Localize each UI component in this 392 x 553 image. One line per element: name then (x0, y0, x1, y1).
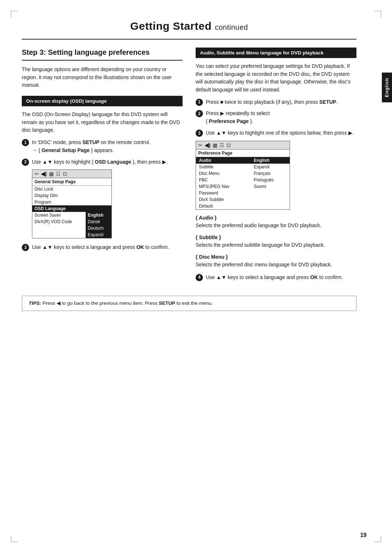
right-step-1-content: Press ■ twice to stop playback (if any),… (206, 98, 356, 106)
pref-table-cell: PBC (196, 177, 251, 183)
audio-desc-title: { Audio } (196, 215, 356, 221)
table-row: Program (32, 199, 111, 205)
general-setup-screen: ✂ ◀) ▦ ☷ ⊡ General Setup Page Disc Lock (32, 169, 112, 238)
title-text: Getting Started (130, 20, 212, 32)
right-step-4-content: Use ▲▼ keys to select a language and pre… (206, 274, 356, 282)
right-step-num-3: 3 (196, 130, 203, 137)
subtitle-desc-text: Selects the preferred subtitle language … (196, 241, 356, 249)
step-num-2: 2 (22, 159, 29, 166)
table-cell (86, 205, 111, 212)
pref-table-cell: Français (251, 170, 290, 177)
pref-table-cell: Default (196, 203, 251, 209)
pref-table-row: Disc MenuFrançais (196, 170, 290, 177)
pref-table-row: SubtitleEspanöl (196, 164, 290, 170)
step-1-text: In 'DISC' mode, press SETUP on the remot… (32, 139, 150, 145)
two-column-layout: Step 3: Setting language preferences The… (22, 48, 356, 285)
pref-icon-grid: ▦ (213, 142, 217, 148)
right-step-3-content: Use ▲▼ keys to highlight one of the opti… (206, 129, 356, 137)
right-step-2-brace: { Preference Page }. (206, 118, 253, 124)
step-1-content: In 'DISC' mode, press SETUP on the remot… (32, 139, 183, 154)
pref-screen-table: AudioEnglish SubtitleEspanöl Disc MenuFr… (196, 157, 290, 209)
pref-screen-title-bar: Preference Page (196, 149, 290, 157)
right-step-4: 4 Use ▲▼ keys to select a language and p… (196, 274, 356, 282)
step-num-3: 3 (22, 244, 29, 251)
pref-table-cell: Português (251, 177, 290, 183)
page-number: 19 (360, 532, 367, 538)
osd-body-text: The OSD (On-Screen Display) language for… (22, 111, 183, 134)
table-cell-english: English (86, 212, 111, 218)
subtitle-desc-title: { Subtitle } (196, 234, 356, 240)
step-2-text: Use ▲▼ keys to highlight { OSD Language … (32, 159, 168, 165)
tips-box: TIPS: Press ◀ to go back to the previous… (22, 296, 356, 311)
title-continued: continued (215, 23, 248, 31)
right-step-num-4: 4 (196, 274, 203, 281)
table-cell: Display Dim (32, 192, 86, 199)
right-step-2: 2 Press ▶ repeatedly to select { Prefere… (196, 110, 356, 125)
right-step-4-text: Use ▲▼ keys to select a language and pre… (206, 274, 343, 280)
table-cell: Screen Saver (32, 212, 86, 218)
icon-speaker: ◀) (41, 171, 47, 177)
english-tab: English (382, 73, 392, 102)
title-divider (22, 39, 356, 40)
pref-table-row: Password (196, 190, 290, 196)
pref-table-row-audio: AudioEnglish (196, 157, 290, 164)
table-cell: OSD Language (32, 205, 86, 212)
pref-table-cell: DivX Subtitle (196, 196, 251, 203)
pref-table-cell (251, 196, 290, 203)
table-cell-espanol: Espanöl (86, 232, 111, 238)
step-2-content: Use ▲▼ keys to highlight { OSD Language … (32, 158, 183, 166)
disc-menu-desc-title: { Disc Menu } (196, 254, 356, 260)
pref-table-cell: MP3/JPEG Nav (196, 183, 251, 190)
table-row: Screen SaverEnglish (32, 212, 111, 218)
table-cell (86, 199, 111, 205)
icon-grid: ▦ (49, 171, 54, 177)
table-cell: DivX(R) VOD Code (32, 218, 86, 225)
pref-table-cell: Suomi (251, 183, 290, 190)
table-row-highlighted: OSD Language (32, 205, 111, 212)
step-heading: Step 3: Setting language preferences (22, 48, 183, 61)
right-section-header: Audio, Subtitle and Menu language for DV… (196, 48, 356, 58)
table-row: Deutsch (32, 225, 111, 232)
step-3-content: Use ▲▼ keys to select a language and pre… (32, 243, 183, 251)
subtitle-desc: { Subtitle } Selects the preferred subti… (196, 234, 356, 249)
right-step-2-text: Press ▶ repeatedly to select (206, 110, 270, 116)
table-cell: Disc Lock (32, 186, 86, 192)
pref-table-row: DivX Subtitle (196, 196, 290, 203)
audio-desc-text: Selects the preferred audio language for… (196, 222, 356, 229)
pref-table-row: MP3/JPEG NavSuomi (196, 183, 290, 190)
table-cell-dansk: Dansk (86, 218, 111, 225)
icon-scissors: ✂ (34, 171, 39, 177)
screen-title-bar: General Setup Page (32, 178, 111, 186)
preference-screen: ✂ ◀) ▦ ☷ ⊡ Preference Page AudioEnglish (196, 141, 290, 210)
icon-box: ⊡ (63, 171, 67, 177)
table-row: Disc Lock (32, 186, 111, 192)
left-step-1: 1 In 'DISC' mode, press SETUP on the rem… (22, 139, 183, 154)
right-intro-text: You can select your preferred language s… (196, 62, 356, 94)
disc-menu-desc-text: Selects the preferred disc menu language… (196, 261, 356, 269)
right-step-num-1: 1 (196, 99, 203, 106)
step-3-text: Use ▲▼ keys to select a language and pre… (32, 244, 169, 250)
content-area: Getting Started continued Step 3: Settin… (0, 0, 382, 333)
table-cell-deutsch: Deutsch (86, 225, 111, 232)
left-step-2: 2 Use ▲▼ keys to highlight { OSD Languag… (22, 158, 183, 166)
pref-table-cell (251, 203, 290, 209)
right-column: Audio, Subtitle and Menu language for DV… (196, 48, 356, 285)
audio-desc: { Audio } Selects the preferred audio la… (196, 215, 356, 229)
pref-icon-box: ⊡ (226, 142, 231, 148)
icon-list: ☷ (56, 171, 61, 177)
step-num-1: 1 (22, 139, 29, 146)
right-step-3-text: Use ▲▼ keys to highlight one of the opti… (206, 130, 354, 136)
right-step-3: 3 Use ▲▼ keys to highlight one of the op… (196, 129, 356, 137)
pref-icon-list: ☷ (220, 142, 224, 148)
pref-icon-speaker: ◀) (205, 142, 211, 148)
table-row: Display Dim (32, 192, 111, 199)
pref-table-cell: Disc Menu (196, 170, 251, 177)
pref-table-cell-english: English (251, 157, 290, 164)
pref-icon-scissors: ✂ (198, 142, 203, 148)
pref-table-cell: Subtitle (196, 164, 251, 170)
table-cell (86, 192, 111, 199)
step-intro-text: The language options are different depen… (22, 66, 183, 89)
pref-table-cell (251, 190, 290, 196)
right-step-1-text: Press ■ twice to stop playback (if any),… (206, 99, 338, 105)
disc-menu-desc: { Disc Menu } Selects the preferred disc… (196, 254, 356, 269)
